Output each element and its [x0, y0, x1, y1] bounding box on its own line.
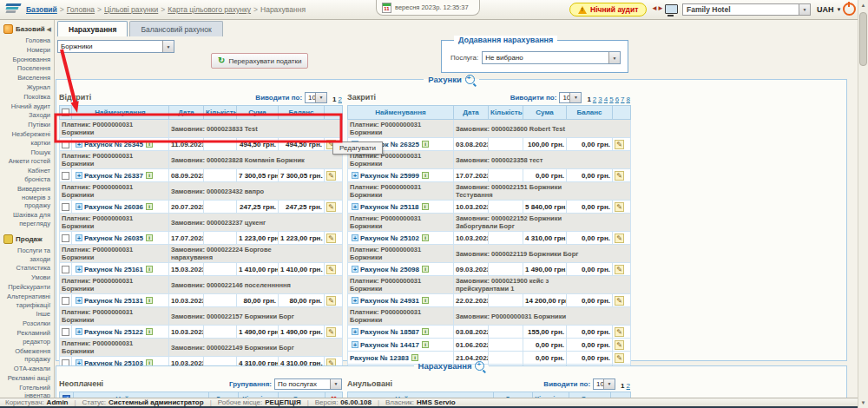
- night-audit-badge[interactable]: Нічний аудит: [569, 3, 647, 16]
- edit-icon[interactable]: ✎: [615, 296, 624, 306]
- sidebar-collapse-icon[interactable]: ◀: [47, 26, 51, 33]
- expand-icon[interactable]: +: [352, 234, 358, 241]
- expand-icon[interactable]: +: [352, 266, 358, 273]
- prev-next-arrows-icon[interactable]: ◄►: [651, 4, 663, 12]
- column-header[interactable]: Найменування: [348, 106, 454, 120]
- column-header[interactable]: Найменування: [72, 106, 169, 120]
- row-checkbox[interactable]: [62, 203, 69, 211]
- page-link-2[interactable]: 2: [339, 95, 342, 103]
- info-icon[interactable]: i: [422, 141, 429, 148]
- info-icon[interactable]: i: [146, 203, 153, 210]
- chevron-down-icon[interactable]: ▼: [799, 4, 810, 15]
- chevron-down-icon[interactable]: ▼: [315, 93, 326, 102]
- info-icon[interactable]: i: [146, 328, 153, 335]
- account-link[interactable]: Рахунок № 25122: [84, 328, 143, 336]
- account-link[interactable]: Рахунок № 26035: [84, 234, 143, 242]
- account-link[interactable]: Рахунок № 26337: [84, 172, 143, 180]
- expand-icon[interactable]: +: [352, 172, 358, 179]
- column-header[interactable]: Кількість: [204, 106, 237, 120]
- edit-icon[interactable]: ✎: [615, 327, 624, 337]
- info-icon[interactable]: i: [422, 341, 429, 348]
- page-link-3[interactable]: 3: [598, 95, 602, 103]
- breadcrumb-item[interactable]: Базовий: [26, 5, 57, 14]
- column-header[interactable]: Дата: [169, 106, 204, 120]
- sidebar-item[interactable]: Журнал: [0, 83, 54, 93]
- page-link-1[interactable]: 1: [587, 95, 590, 103]
- edit-icon[interactable]: ✎: [326, 265, 336, 274]
- sidebar-item[interactable]: Інше: [0, 310, 54, 319]
- expand-icon[interactable]: +: [76, 172, 82, 179]
- sidebar-item[interactable]: Готельний інвентар: [0, 384, 54, 398]
- page-link-2[interactable]: 2: [627, 382, 630, 390]
- sidebar-section-sales[interactable]: Продаж: [0, 233, 54, 246]
- info-icon[interactable]: i: [422, 172, 429, 179]
- edit-icon[interactable]: ✎: [615, 265, 624, 274]
- column-header[interactable]: Сума: [523, 106, 567, 120]
- date-widget[interactable]: 11 вересня 2023р. 12:35:37: [376, 0, 480, 16]
- grouping-select[interactable]: По послугах ▼: [274, 378, 342, 390]
- page-link-7[interactable]: 7: [621, 95, 624, 103]
- zoom-icon[interactable]: [465, 75, 475, 84]
- sidebar-item[interactable]: Поселення: [0, 64, 54, 74]
- account-link[interactable]: Рахунок № 26345: [84, 141, 143, 148]
- info-icon[interactable]: i: [146, 266, 153, 273]
- tab-active[interactable]: Нарахування: [57, 21, 128, 36]
- info-icon[interactable]: i: [146, 141, 153, 148]
- workstation-icon[interactable]: [665, 4, 678, 14]
- edit-icon[interactable]: ✎: [615, 171, 624, 181]
- edit-icon[interactable]: ✎: [615, 340, 624, 350]
- row-checkbox[interactable]: [62, 172, 69, 180]
- account-link[interactable]: Рахунок № 25098: [360, 266, 419, 273]
- expand-icon[interactable]: +: [76, 141, 82, 148]
- debtors-filter-select[interactable]: Боржники ▼: [57, 40, 174, 53]
- hotel-select[interactable]: Family Hotel ▼: [682, 3, 811, 16]
- sidebar-item[interactable]: Шахівка для перегляду: [0, 211, 54, 229]
- column-header[interactable]: Баланс: [279, 106, 325, 120]
- tab-inactive[interactable]: Балансовий рахунок: [129, 21, 222, 36]
- sidebar-item[interactable]: Виселення: [0, 74, 54, 83]
- account-link[interactable]: Рахунок № 25131: [84, 297, 143, 305]
- sidebar-item[interactable]: Анкети гостей: [0, 157, 54, 167]
- sidebar-item[interactable]: Рекламні акції: [0, 374, 54, 384]
- row-checkbox[interactable]: [62, 328, 69, 336]
- sidebar-item[interactable]: Незбережені картки: [0, 130, 54, 148]
- sidebar-item[interactable]: Путівки: [0, 121, 54, 130]
- column-header[interactable]: Сума: [237, 106, 279, 120]
- expand-icon[interactable]: +: [352, 203, 358, 210]
- row-checkbox[interactable]: [62, 234, 69, 242]
- page-link-1[interactable]: 1: [332, 95, 336, 103]
- sidebar-item[interactable]: Послуги та заходи: [0, 247, 54, 265]
- chevron-down-icon[interactable]: ▼: [603, 379, 615, 389]
- perpage-select[interactable]: 10 ▼: [593, 378, 615, 390]
- page-link-1[interactable]: 1: [621, 382, 624, 390]
- edit-icon[interactable]: ✎: [326, 327, 336, 337]
- sidebar-item[interactable]: Статистика: [0, 264, 54, 273]
- breadcrumb-item[interactable]: Нарахування: [260, 5, 306, 14]
- scroll-up-icon[interactable]: ▲: [858, 0, 868, 10]
- row-checkbox[interactable]: [62, 266, 69, 273]
- account-link[interactable]: Рахунок № 14417: [360, 341, 419, 349]
- breadcrumb-item[interactable]: Карта цільового рахунку: [168, 5, 251, 14]
- sidebar-item[interactable]: Пошук: [0, 148, 54, 158]
- account-link[interactable]: Рахунок № 25118: [360, 203, 419, 211]
- page-link-6[interactable]: 6: [615, 95, 619, 103]
- breadcrumb-item[interactable]: Головна: [67, 5, 95, 14]
- perpage-select[interactable]: 10 ▼: [305, 92, 327, 103]
- page-link-4[interactable]: 4: [604, 95, 608, 103]
- sidebar-item[interactable]: Умови: [0, 273, 54, 283]
- breadcrumb-item[interactable]: Цільові рахунки: [104, 5, 158, 14]
- expand-icon[interactable]: +: [352, 297, 358, 304]
- sidebar-item[interactable]: Прейскуранти: [0, 283, 54, 293]
- edit-icon[interactable]: ✎: [326, 171, 336, 181]
- sidebar-item[interactable]: Покоївка: [0, 93, 54, 102]
- chevron-down-icon[interactable]: ▼: [569, 93, 581, 102]
- sidebar-item[interactable]: Головна: [0, 36, 54, 46]
- sidebar-item[interactable]: Альтернативні тарифікації: [0, 293, 54, 311]
- column-header[interactable]: Дата: [454, 106, 489, 120]
- info-icon[interactable]: i: [422, 266, 429, 273]
- page-link-5[interactable]: 5: [609, 95, 613, 103]
- chevron-down-icon[interactable]: ▼: [608, 52, 620, 63]
- info-icon[interactable]: i: [146, 297, 153, 304]
- expand-icon[interactable]: +: [76, 297, 82, 304]
- info-icon[interactable]: i: [146, 234, 153, 241]
